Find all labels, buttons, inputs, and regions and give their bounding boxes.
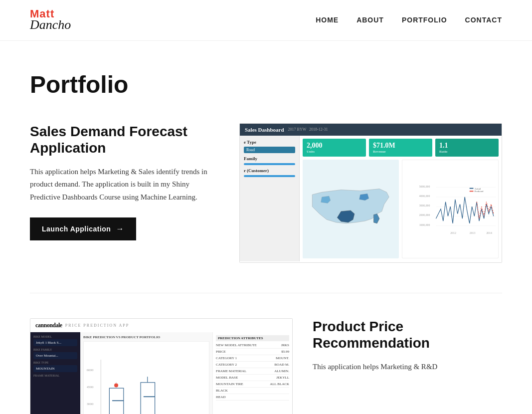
project-desc-sales: This application helps Marketing & Sales… xyxy=(30,166,219,204)
svg-text:6000: 6000 xyxy=(87,368,94,372)
dashboard-date-range: 2017 BYW 2018-12-31 xyxy=(288,127,328,132)
dashboard-title: Sales Dashboard xyxy=(245,127,284,133)
project-sales-demand: Sales Demand Forecast Application This a… xyxy=(30,123,502,263)
cannondale-logo: cannondale xyxy=(35,322,62,329)
logo-dancho: Dancho xyxy=(30,18,71,32)
svg-text:1000,000: 1000,000 xyxy=(419,223,430,226)
svg-text:4000,000: 4000,000 xyxy=(419,195,430,198)
kpi-ratio: 1.1 Ratio xyxy=(435,139,499,157)
cannondale-app-label: PRICE PREDICTION APP xyxy=(65,323,129,328)
page-title: Portfolio xyxy=(30,71,502,98)
project-screenshot-sales: Sales Dashboard 2017 BYW 2018-12-31 e Ty… xyxy=(239,123,502,263)
dashboard-kpis: 2,000 Units $71.0M Revenue 1.1 Ratio xyxy=(303,139,499,157)
cannondale-sidebar: BIKE MODEL Jekyll 1 Black S... BIKE FAMI… xyxy=(30,332,80,414)
nav-home[interactable]: HOME xyxy=(316,16,339,24)
svg-text:3000,000: 3000,000 xyxy=(419,204,430,207)
kpi-revenue: $71.0M Revenue xyxy=(369,139,432,157)
cannondale-table: PREDICTION ATTRIBUTES NEW MODEL ATTRIBUT… xyxy=(212,332,292,414)
project-desc-price: This application helps Marketing & R&D xyxy=(313,361,502,374)
project-title-price: Product Price Recommendation xyxy=(313,318,502,352)
section-divider xyxy=(30,293,502,293)
svg-text:2013: 2013 xyxy=(469,231,475,234)
nav-about[interactable]: ABOUT xyxy=(356,16,384,24)
svg-text:3000: 3000 xyxy=(87,402,94,406)
nav-links: HOME ABOUT PORTFOLIO CONTACT xyxy=(316,15,502,24)
dashboard-charts: 5000,000 4000,000 3000,000 2000,000 1000… xyxy=(303,160,499,258)
project-title-sales: Sales Demand Forecast Application xyxy=(30,123,219,157)
svg-rect-17 xyxy=(469,191,473,192)
launch-button-sales[interactable]: Launch Application → xyxy=(30,217,136,240)
navigation: Matt Dancho HOME ABOUT PORTFOLIO CONTACT xyxy=(0,0,532,41)
project-info-sales: Sales Demand Forecast Application This a… xyxy=(30,123,219,241)
dashboard-sidebar: e Type Road Family r (Customer) xyxy=(240,136,300,261)
svg-rect-19 xyxy=(84,354,209,414)
dashboard-map xyxy=(303,160,399,258)
dashboard-line-chart: 5000,000 4000,000 3000,000 2000,000 1000… xyxy=(402,160,499,258)
nav-portfolio[interactable]: PORTFOLIO xyxy=(402,16,447,24)
logo[interactable]: Matt Dancho xyxy=(30,8,71,32)
svg-text:5000,000: 5000,000 xyxy=(419,185,430,188)
project-product-price: cannondale PRICE PREDICTION APP BIKE MOD… xyxy=(30,318,502,414)
svg-text:Actual: Actual xyxy=(474,187,481,190)
svg-rect-1 xyxy=(402,180,499,238)
nav-contact[interactable]: CONTACT xyxy=(465,16,502,24)
project-screenshot-price: cannondale PRICE PREDICTION APP BIKE MOD… xyxy=(30,318,293,414)
cannondale-chart: BIKE PREDICTION VS PRODUCT PORTFOLIO xyxy=(80,332,212,414)
svg-text:2012: 2012 xyxy=(450,231,456,234)
svg-rect-15 xyxy=(469,188,473,189)
svg-text:4500: 4500 xyxy=(87,385,94,389)
dashboard-main: 2,000 Units $71.0M Revenue 1.1 Ratio xyxy=(300,136,502,261)
cannondale-header: cannondale PRICE PREDICTION APP xyxy=(30,319,292,332)
project-info-price: Product Price Recommendation This applic… xyxy=(313,318,502,388)
cannondale-body: BIKE MODEL Jekyll 1 Black S... BIKE FAMI… xyxy=(30,332,292,414)
kpi-units: 2,000 Units xyxy=(303,139,366,157)
page-content: Portfolio Sales Demand Forecast Applicat… xyxy=(0,41,532,414)
svg-text:2000,000: 2000,000 xyxy=(419,213,430,216)
arrow-icon: → xyxy=(116,224,124,233)
svg-text:2014: 2014 xyxy=(486,231,492,234)
svg-point-30 xyxy=(114,383,118,388)
svg-text:Predicted: Predicted xyxy=(474,190,484,193)
